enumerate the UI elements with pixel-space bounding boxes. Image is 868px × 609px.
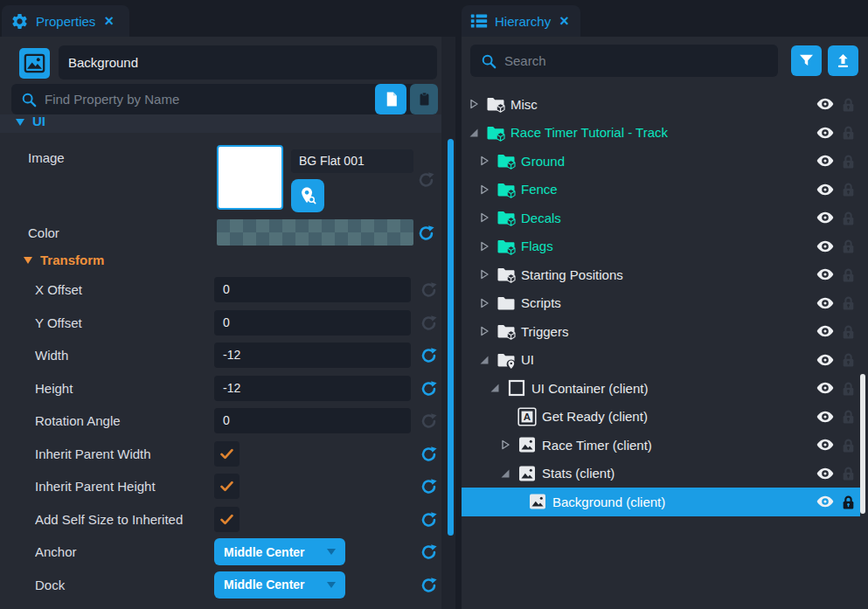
tree-item-decals[interactable]: Decals (462, 204, 868, 232)
lock-icon[interactable] (842, 409, 855, 424)
tree-item-ground[interactable]: Ground (462, 147, 868, 176)
x-offset-input[interactable]: 0 (214, 277, 411, 302)
eye-icon[interactable] (816, 325, 834, 337)
object-name-input[interactable] (59, 45, 437, 80)
section-transform-header[interactable]: Transform (24, 253, 104, 267)
section-ui-header[interactable]: UI (0, 114, 441, 133)
eye-icon[interactable] (816, 495, 834, 508)
expand-arrow-icon[interactable] (500, 439, 510, 450)
inherit-parent-width-checkbox[interactable] (214, 441, 240, 467)
expand-arrow-icon[interactable] (479, 269, 490, 280)
filter-button[interactable] (791, 45, 822, 76)
collapse-arrow-icon[interactable] (469, 128, 479, 138)
lock-icon[interactable] (842, 466, 855, 481)
eye-icon[interactable] (816, 354, 834, 366)
eye-icon[interactable] (816, 439, 834, 451)
close-icon[interactable]: × (559, 13, 569, 29)
eye-icon[interactable] (816, 382, 834, 394)
reset-height-button[interactable] (420, 380, 437, 397)
expand-arrow-icon[interactable] (479, 326, 490, 336)
image-thumbnail[interactable] (217, 145, 283, 210)
lock-icon[interactable] (842, 211, 855, 225)
reset-image-button[interactable] (418, 171, 434, 188)
height-input[interactable]: -12 (214, 376, 411, 401)
tree-item-starting-positions[interactable]: Starting Positions (462, 260, 868, 289)
eye-icon[interactable] (816, 127, 834, 139)
tree-item-background-client[interactable]: Background (client) (462, 488, 860, 516)
tree-item-flags[interactable]: Flags (462, 232, 868, 261)
hierarchy-search-input[interactable] (504, 53, 749, 68)
tree-item-race-timer-client[interactable]: Race Timer (client) (462, 431, 868, 460)
eye-icon[interactable] (816, 240, 834, 253)
properties-scrollbar-thumb[interactable] (448, 139, 454, 536)
dock-dropdown[interactable]: Middle Center (214, 571, 345, 599)
tab-hierarchy[interactable]: Hierarchy × (462, 5, 580, 37)
eye-icon[interactable] (816, 297, 834, 309)
width-input[interactable]: -12 (214, 343, 411, 368)
lock-icon[interactable] (842, 324, 855, 339)
reset-inherit-parent-width-button[interactable] (420, 446, 437, 462)
reset-y-offset-button[interactable] (420, 315, 437, 331)
lock-icon[interactable] (842, 352, 855, 367)
lock-icon[interactable] (842, 295, 855, 310)
expand-arrow-icon[interactable] (479, 156, 490, 166)
reset-anchor-button[interactable] (420, 543, 437, 560)
reset-inherit-parent-height-button[interactable] (420, 478, 437, 495)
eye-icon[interactable] (816, 467, 834, 480)
find-property-input[interactable] (45, 92, 307, 107)
find-in-catalog-button[interactable] (291, 179, 324, 212)
tree-item-ui[interactable]: UI (462, 346, 868, 375)
reset-x-offset-button[interactable] (420, 281, 437, 298)
tree-item-ui-container-client[interactable]: UI Container (client) (462, 374, 868, 403)
eye-icon[interactable] (816, 98, 834, 110)
reset-add-self-size-to-inherited-button[interactable] (420, 511, 437, 528)
image-asset-field[interactable]: BG Flat 001 (291, 149, 413, 173)
tree-item-fence[interactable]: Fence (462, 176, 868, 204)
reset-color-button[interactable] (418, 225, 434, 241)
lock-icon[interactable] (842, 182, 855, 197)
expand-arrow-icon[interactable] (479, 298, 490, 308)
reset-width-button[interactable] (420, 347, 437, 363)
expand-arrow-icon[interactable] (479, 184, 490, 195)
tree-item-triggers[interactable]: Triggers (462, 317, 868, 346)
hierarchy-search-field[interactable] (470, 45, 778, 77)
anchor-dropdown[interactable]: Middle Center (214, 538, 345, 565)
tree-item-get-ready-client[interactable]: AGet Ready (client) (462, 403, 868, 432)
collapse-arrow-icon[interactable] (490, 383, 500, 393)
lock-icon[interactable] (842, 381, 855, 396)
collapse-arrow-icon[interactable] (479, 355, 490, 365)
lock-icon[interactable] (842, 495, 855, 509)
expand-arrow-icon[interactable] (479, 241, 490, 252)
close-icon[interactable]: × (104, 13, 114, 29)
eye-icon[interactable] (816, 411, 834, 423)
find-property-field[interactable] (11, 84, 438, 114)
upload-button[interactable] (828, 45, 858, 76)
expand-arrow-icon[interactable] (469, 99, 479, 109)
collapse-arrow-icon[interactable] (500, 468, 510, 479)
eye-icon[interactable] (816, 155, 834, 167)
tab-properties[interactable]: Properties × (2, 5, 129, 37)
lock-icon[interactable] (842, 125, 855, 140)
reset-rotation-angle-button[interactable] (420, 412, 437, 429)
paste-properties-button[interactable] (410, 84, 438, 114)
copy-properties-button[interactable] (375, 84, 406, 114)
tree-item-stats-client[interactable]: Stats (client) (462, 460, 868, 488)
expand-arrow-icon[interactable] (479, 212, 490, 223)
lock-icon[interactable] (842, 154, 855, 169)
lock-icon[interactable] (842, 239, 855, 253)
lock-icon[interactable] (842, 438, 855, 453)
tree-item-misc[interactable]: Misc (462, 90, 868, 119)
tree-item-race-timer-tutorial-track[interactable]: Race Timer Tutorial - Track (462, 119, 868, 148)
y-offset-input[interactable]: 0 (214, 310, 411, 336)
eye-icon[interactable] (816, 268, 834, 280)
lock-icon[interactable] (842, 267, 855, 282)
eye-icon[interactable] (816, 183, 834, 196)
lock-icon[interactable] (842, 97, 855, 112)
hierarchy-scrollbar-thumb[interactable] (860, 374, 865, 514)
eye-icon[interactable] (816, 211, 834, 224)
rotation-angle-input[interactable]: 0 (214, 408, 411, 433)
inherit-parent-height-checkbox[interactable] (214, 474, 240, 499)
reset-dock-button[interactable] (420, 577, 437, 593)
add-self-size-to-inherited-checkbox[interactable] (214, 507, 240, 532)
tree-item-scripts[interactable]: Scripts (462, 289, 868, 318)
